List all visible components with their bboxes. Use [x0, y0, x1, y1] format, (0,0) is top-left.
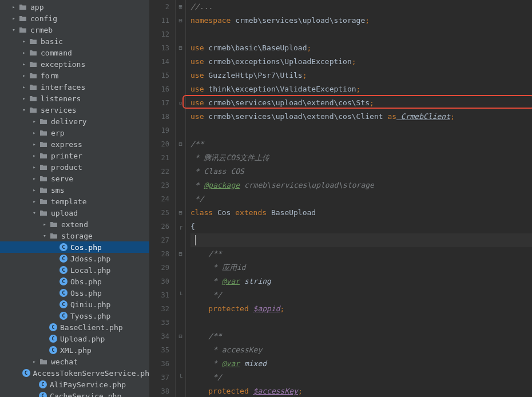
chevron-right-icon[interactable]: ▸	[21, 73, 27, 78]
fold-collapse-icon[interactable]: ⊟	[176, 247, 185, 261]
code-line[interactable]: */	[190, 192, 532, 206]
tree-file[interactable]: CXML.php	[0, 344, 149, 356]
chevron-right-icon[interactable]: ▸	[31, 359, 38, 364]
code-line[interactable]: * Class COS	[190, 165, 532, 178]
chevron-right-icon[interactable]: ▸	[21, 38, 27, 44]
tree-folder[interactable]: ▸template	[0, 196, 149, 207]
tree-folder[interactable]: ▸form	[0, 70, 149, 81]
chevron-right-icon[interactable]: ▸	[21, 50, 27, 55]
tree-folder[interactable]: ▸erp	[0, 127, 149, 138]
fold-collapse-icon[interactable]: ⊟	[176, 137, 185, 151]
tree-folder[interactable]: ▸sms	[0, 184, 149, 196]
chevron-right-icon[interactable]: ▸	[21, 84, 27, 90]
code-line[interactable]: * 腾讯云COS文件上传	[190, 151, 532, 165]
tree-folder[interactable]: ▸app	[0, 1, 149, 13]
code-line-current[interactable]	[190, 233, 532, 247]
tree-file[interactable]: CJdoss.php	[0, 253, 149, 264]
code-line[interactable]: */	[190, 288, 532, 302]
tree-file[interactable]: CCos.php	[0, 241, 149, 253]
code-line[interactable]: protected $accessKey;	[190, 384, 532, 397]
chevron-right-icon[interactable]: ▸	[31, 118, 38, 124]
tree-file[interactable]: CCacheService.php	[0, 390, 149, 397]
tree-file[interactable]: CAccessTokenServeService.ph	[0, 367, 149, 379]
tree-folder[interactable]: ▸command	[0, 47, 149, 58]
file-tree-sidebar[interactable]: ▸app▸config▾crmeb▸basic▸command▸exceptio…	[0, 0, 149, 397]
tree-file[interactable]: CTyoss.php	[0, 310, 149, 321]
code-line[interactable]: use crmeb\exceptions\UploadException;	[190, 55, 532, 69]
tree-folder[interactable]: ▸listeners	[0, 93, 149, 104]
code-line[interactable]: protected $appid;	[190, 302, 532, 316]
code-line[interactable]: /**	[190, 137, 532, 151]
code-line[interactable]: use crmeb\services\upload\extend\cos\Sts…	[190, 96, 532, 110]
code-line[interactable]: use GuzzleHttp\Psr7\Utils;	[190, 69, 532, 82]
code-line[interactable]: use crmeb\services\upload\extend\cos\Cli…	[190, 110, 532, 124]
fold-collapse-icon[interactable]: ⊟	[176, 41, 185, 55]
tree-file[interactable]: CObs.php	[0, 276, 149, 287]
code-line[interactable]: class Cos extends BaseUpload	[190, 206, 532, 220]
tree-folder[interactable]: ▾crmeb	[0, 24, 149, 35]
fold-brace-open-icon[interactable]: ┌	[176, 220, 185, 233]
chevron-right-icon[interactable]: ▸	[31, 153, 38, 158]
tree-file[interactable]: CBaseClient.php	[0, 321, 149, 333]
tree-file[interactable]: CUpload.php	[0, 333, 149, 344]
tree-file[interactable]: CLocal.php	[0, 264, 149, 276]
tree-file[interactable]: CQiniu.php	[0, 299, 149, 310]
fold-brace-close-icon[interactable]: └	[176, 288, 185, 302]
tree-folder[interactable]: ▾upload	[0, 207, 149, 219]
chevron-right-icon[interactable]: ▸	[31, 176, 38, 181]
code-line[interactable]	[190, 27, 532, 41]
code-line[interactable]: use think\exception\ValidateException;	[190, 82, 532, 96]
chevron-right-icon[interactable]: ▸	[31, 141, 38, 147]
code-line[interactable]: /**	[190, 329, 532, 343]
code-line[interactable]: //...	[190, 0, 532, 14]
tree-folder[interactable]: ▸delivery	[0, 116, 149, 127]
chevron-down-icon[interactable]: ▾	[21, 107, 27, 113]
code-line[interactable]: * @var string	[190, 275, 532, 288]
fold-marker-icon[interactable]: ▫	[176, 96, 185, 110]
code-line[interactable]: namespace crmeb\services\upload\storage;	[190, 14, 532, 27]
chevron-right-icon[interactable]: ▸	[10, 4, 17, 10]
chevron-right-icon[interactable]: ▸	[31, 164, 38, 170]
code-line[interactable]: * 应用id	[190, 261, 532, 275]
code-line[interactable]: {	[190, 220, 532, 233]
code-line[interactable]	[190, 316, 532, 329]
tree-folder[interactable]: ▸extend	[0, 219, 149, 230]
fold-gutter[interactable]: ⊞⊟⊟▫⊟⊟┌⊟└⊟└	[176, 0, 186, 397]
tree-file[interactable]: CAliPayService.php	[0, 379, 149, 390]
code-line[interactable]	[190, 124, 532, 137]
chevron-right-icon[interactable]: ▸	[21, 61, 27, 67]
tree-folder[interactable]: ▸wechat	[0, 356, 149, 367]
tree-folder[interactable]: ▸express	[0, 138, 149, 150]
fold-brace-close-icon[interactable]: └	[176, 371, 185, 384]
code-line[interactable]: * @var mixed	[190, 357, 532, 371]
fold-collapse-icon[interactable]: ⊟	[176, 329, 185, 343]
code-line[interactable]: use crmeb\basic\BaseUpload;	[190, 41, 532, 55]
tree-folder[interactable]: ▸interfaces	[0, 81, 149, 93]
tree-folder[interactable]: ▸config	[0, 13, 149, 24]
tree-folder[interactable]: ▾storage	[0, 230, 149, 241]
chevron-right-icon[interactable]: ▸	[31, 130, 38, 136]
tree-file[interactable]: COss.php	[0, 287, 149, 299]
tree-folder[interactable]: ▾services	[0, 104, 149, 116]
chevron-down-icon[interactable]: ▾	[31, 210, 38, 216]
tree-folder[interactable]: ▸exceptions	[0, 58, 149, 70]
tree-folder[interactable]: ▸basic	[0, 35, 149, 47]
chevron-right-icon[interactable]: ▸	[21, 96, 27, 101]
code-line[interactable]: */	[190, 371, 532, 384]
chevron-right-icon[interactable]: ▸	[41, 221, 48, 227]
code-line[interactable]: /**	[190, 247, 532, 261]
code-line[interactable]: * @package crmeb\services\upload\storage	[190, 178, 532, 192]
tree-folder[interactable]: ▸serve	[0, 173, 149, 184]
chevron-down-icon[interactable]: ▾	[10, 27, 17, 33]
code-area[interactable]: //... namespace crmeb\services\upload\st…	[186, 0, 532, 397]
chevron-down-icon[interactable]: ▾	[41, 233, 48, 239]
chevron-right-icon[interactable]: ▸	[31, 187, 38, 193]
fold-expand-icon[interactable]: ⊞	[176, 0, 185, 14]
fold-collapse-icon[interactable]: ⊟	[176, 14, 185, 27]
fold-collapse-icon[interactable]: ⊟	[176, 206, 185, 220]
tree-folder[interactable]: ▸printer	[0, 150, 149, 161]
tree-folder[interactable]: ▸product	[0, 161, 149, 173]
code-editor[interactable]: 2111213141516171819202122232425262728293…	[149, 0, 532, 397]
chevron-right-icon[interactable]: ▸	[10, 15, 17, 21]
chevron-right-icon[interactable]: ▸	[31, 199, 38, 204]
